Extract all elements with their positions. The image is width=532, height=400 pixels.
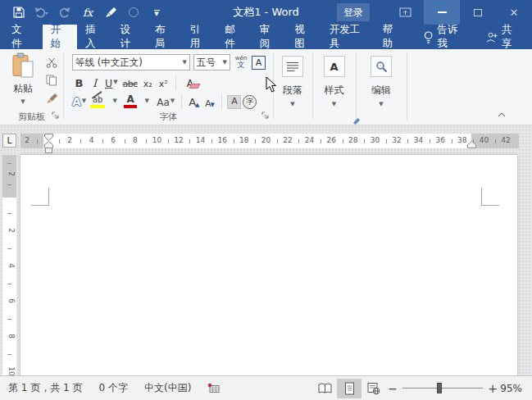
collapse-ribbon-button[interactable] <box>498 108 506 120</box>
sign-in-button[interactable]: 登录 <box>337 3 370 21</box>
cut-button[interactable] <box>43 54 61 70</box>
ruler-number: 42 <box>500 136 512 144</box>
character-shading-button[interactable]: A <box>227 95 241 109</box>
ribbon-tab[interactable]: 视图 <box>286 25 321 49</box>
editing-group-label: 编辑 <box>371 84 391 98</box>
language-indicator[interactable]: 中文(中国) <box>136 381 199 395</box>
grow-font-button[interactable]: A ▲ <box>187 93 201 110</box>
maximize-button[interactable] <box>460 0 496 25</box>
shrink-font-button[interactable]: A ▼ <box>202 93 216 110</box>
close-button[interactable]: ✕ <box>496 0 532 25</box>
tell-me[interactable]: 告诉我 <box>416 25 474 49</box>
subscript-button[interactable]: x₂ <box>141 75 155 91</box>
ruler-number: 2 <box>21 136 33 144</box>
share-person-icon <box>486 31 498 43</box>
ruler-tick <box>407 139 408 143</box>
font-size-combobox[interactable]: 五号 ▼ <box>193 54 230 70</box>
page[interactable] <box>20 155 517 379</box>
zoom-in-button[interactable]: + <box>486 382 499 395</box>
insert-function-button[interactable]: fx <box>79 3 97 21</box>
collapse-ribbon-chevron-icon <box>498 112 506 117</box>
word-count[interactable]: 0 个字 <box>91 381 136 395</box>
styles-group-label: 样式 <box>325 84 344 98</box>
circle-command-button[interactable] <box>125 3 143 21</box>
macro-record-button[interactable] <box>199 383 228 393</box>
left-indent-marker[interactable] <box>45 148 52 153</box>
character-border-button[interactable]: A <box>252 56 266 70</box>
minimize-button[interactable] <box>424 0 460 25</box>
redo-button[interactable] <box>56 3 74 21</box>
bold-button[interactable]: B <box>72 75 86 91</box>
ribbon-tab[interactable]: 设计 <box>112 25 148 49</box>
underline-button[interactable]: U ▼ <box>103 75 120 91</box>
read-mode-button[interactable] <box>312 379 337 398</box>
ribbon-display-options-button[interactable] <box>393 0 417 25</box>
tab-stop-selector[interactable]: L <box>2 134 16 148</box>
web-layout-icon <box>367 382 380 395</box>
text-effects-button[interactable]: A ▼ <box>70 93 88 110</box>
italic-button[interactable]: I <box>88 75 102 91</box>
save-button[interactable] <box>10 3 28 21</box>
highlight-color-button[interactable]: ab <box>89 93 106 110</box>
ruler-number: 24 <box>304 136 316 144</box>
vertical-ruler[interactable]: 2 246810 <box>2 155 16 375</box>
ruler-number: 2 <box>4 224 16 238</box>
ruler-tick <box>7 284 11 284</box>
phonetic-hanzi-label: 文 <box>238 61 245 69</box>
paragraph-group-button[interactable]: 段落 ▼ <box>274 49 311 125</box>
ruler-number: 10 <box>4 365 16 376</box>
ribbon-tab[interactable]: 开始 <box>43 25 78 49</box>
ribbon-tab[interactable]: 插入 <box>77 25 112 49</box>
qat-customize-button[interactable]: ▼ <box>148 3 166 21</box>
zoom-slider-thumb[interactable] <box>437 383 442 393</box>
chevron-down-icon: ▼ <box>171 98 175 104</box>
font-color-button[interactable]: A <box>123 93 138 110</box>
web-layout-button[interactable] <box>361 379 386 398</box>
chevron-down-icon: ▼ <box>223 59 227 66</box>
font-color-dropdown[interactable]: ▼ <box>139 93 153 110</box>
change-case-button[interactable]: Aa ▼ <box>155 93 176 110</box>
zoom-slider[interactable] <box>402 388 483 389</box>
share-button[interactable]: 共享 <box>475 25 532 49</box>
underline-label: U <box>105 77 112 89</box>
right-indent-marker[interactable] <box>467 141 476 148</box>
horizontal-ruler[interactable]: 2 24681012141618202224262830323436384042 <box>20 134 519 148</box>
page-indicator[interactable]: 第 1 页，共 1 页 <box>0 381 91 395</box>
ruler-number: 18 <box>239 136 250 144</box>
ribbon-tab[interactable]: 审阅 <box>252 25 287 49</box>
zoom-level[interactable]: 95% <box>499 383 532 394</box>
enclose-characters-button[interactable]: 字 <box>243 95 257 109</box>
first-line-indent-marker[interactable] <box>44 134 53 141</box>
editing-group-button[interactable]: 编辑 ▼ <box>357 49 406 125</box>
zoom-out-button[interactable]: − <box>386 382 399 395</box>
ribbon-tab[interactable]: 引用 <box>182 25 217 49</box>
clipboard-dialog-launcher[interactable] <box>52 111 60 122</box>
ruler-tick <box>189 139 190 143</box>
ruler-tick <box>102 139 103 143</box>
print-layout-button[interactable] <box>337 379 361 398</box>
styles-group-button[interactable]: A 样式 ▼ <box>313 49 355 125</box>
ribbon-tab[interactable]: 开发工具 <box>321 25 375 49</box>
clear-formatting-button[interactable]: A <box>181 75 199 91</box>
tab-file[interactable]: 文件 <box>0 25 43 49</box>
ribbon-tab[interactable]: 邮件 <box>216 25 252 49</box>
strikethrough-button[interactable]: abc <box>121 75 139 91</box>
copy-icon <box>46 75 57 86</box>
format-painter-qat-button[interactable] <box>102 3 120 21</box>
ribbon-tab[interactable]: 帮助 <box>375 25 410 49</box>
chevron-down-icon: ▼ <box>82 98 86 104</box>
phonetic-guide-button[interactable]: wén 文 <box>234 54 248 70</box>
change-case-label: Aa <box>157 97 170 108</box>
format-painter-button[interactable] <box>43 90 61 107</box>
ruler-tick <box>7 354 11 355</box>
ruler-number: 14 <box>195 136 207 144</box>
highlight-dropdown[interactable]: ▼ <box>107 93 121 110</box>
undo-button[interactable] <box>33 3 51 21</box>
superscript-button[interactable]: x² <box>157 75 171 91</box>
ribbon-tab[interactable]: 布局 <box>147 25 182 49</box>
paste-button[interactable]: 粘贴 ▼ <box>4 52 42 107</box>
copy-button[interactable] <box>43 72 61 89</box>
undo-icon <box>34 7 49 18</box>
font-dialog-launcher[interactable] <box>261 111 270 122</box>
font-name-combobox[interactable]: 等线 (中文正文) ▼ <box>72 54 190 70</box>
